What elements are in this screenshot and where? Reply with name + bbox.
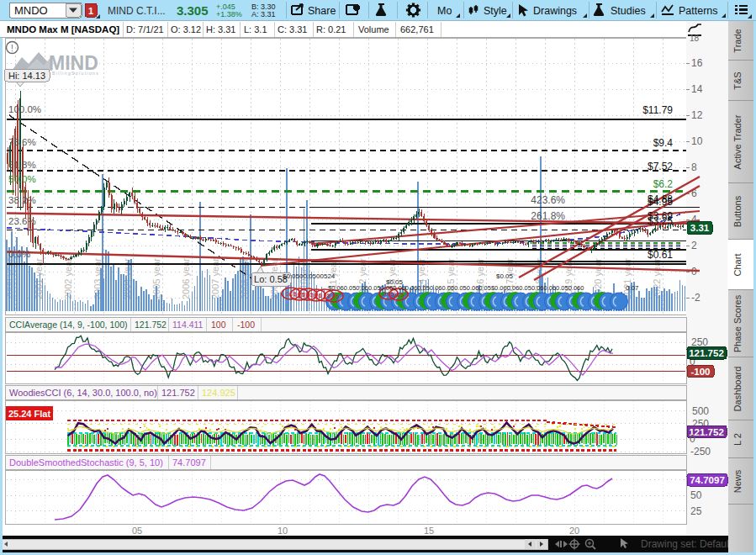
svg-text:16: 16 xyxy=(691,57,703,69)
svg-text:121.752: 121.752 xyxy=(135,320,167,330)
svg-text:61.8%: 61.8% xyxy=(8,160,36,170)
svg-text:Studies: Studies xyxy=(611,5,646,17)
svg-text:B i l l i n g S o l u t i o: B i l l i n g S o l u t i o n s xyxy=(52,71,98,76)
svg-text:$0.0500.0500524: $0.0500.0500524 xyxy=(283,272,336,280)
svg-text:-100: -100 xyxy=(237,320,255,330)
svg-text:$11.79: $11.79 xyxy=(642,104,673,116)
svg-text:0.0%: 0.0% xyxy=(8,249,30,259)
svg-text:MNDO Max M [NASDAQ]: MNDO Max M [NASDAQ] xyxy=(7,24,119,34)
svg-text:$0.61: $0.61 xyxy=(648,249,673,261)
svg-text:20: 20 xyxy=(569,526,579,536)
svg-text:423.6%: 423.6% xyxy=(531,194,565,206)
svg-text:1: 1 xyxy=(88,6,93,16)
svg-text:MNDO: MNDO xyxy=(14,4,48,17)
svg-text:14: 14 xyxy=(691,83,703,95)
svg-text:78.6%: 78.6% xyxy=(8,137,36,147)
svg-text:0.07: 0.07 xyxy=(626,284,639,292)
svg-text:H: 3.31: H: 3.31 xyxy=(206,24,235,34)
svg-text:Trade: Trade xyxy=(732,29,743,52)
svg-text:Share: Share xyxy=(308,5,336,17)
svg-text:-250: -250 xyxy=(690,446,711,457)
svg-text:12: 12 xyxy=(691,109,703,121)
svg-text:Style: Style xyxy=(484,5,507,17)
svg-text:Volume: Volume xyxy=(358,24,389,34)
svg-text:C: 3.31: C: 3.31 xyxy=(278,24,307,34)
svg-text:Hi: 14.13: Hi: 14.13 xyxy=(8,71,45,81)
svg-text:Phase Scores: Phase Scores xyxy=(732,294,743,352)
svg-text:CCIAverage (14, 9, -100, 100): CCIAverage (14, 9, -100, 100) xyxy=(9,320,127,330)
svg-text:News: News xyxy=(732,469,743,493)
svg-text:25: 25 xyxy=(690,505,702,517)
svg-text:$7.52: $7.52 xyxy=(648,161,673,172)
svg-text:3.31: 3.31 xyxy=(690,223,710,233)
svg-text:05: 05 xyxy=(132,526,142,536)
svg-text:T&S: T&S xyxy=(732,71,743,89)
svg-text:MIND C.T.I...: MIND C.T.I... xyxy=(108,5,166,17)
svg-text:74.7097: 74.7097 xyxy=(172,457,206,468)
svg-text:500: 500 xyxy=(692,405,709,417)
svg-text:Dashboard: Dashboard xyxy=(732,367,743,412)
svg-text:100: 100 xyxy=(211,320,226,330)
svg-text:23.6%: 23.6% xyxy=(8,216,36,226)
svg-text:3.305: 3.305 xyxy=(177,3,209,18)
svg-text:L 2: L 2 xyxy=(732,433,743,446)
svg-text:74.7097: 74.7097 xyxy=(690,475,725,485)
svg-text:25.24 Flat: 25.24 Flat xyxy=(8,409,50,419)
svg-text:15: 15 xyxy=(424,526,434,536)
svg-text:2: 2 xyxy=(691,240,697,251)
svg-text:38.2%: 38.2% xyxy=(8,195,36,205)
svg-text:DoubleSmoothedStochastic (9, 5: DoubleSmoothedStochastic (9, 5, 10) xyxy=(9,457,163,468)
svg-text:Buttons: Buttons xyxy=(732,195,743,227)
svg-text:50.0%: 50.0% xyxy=(8,174,36,184)
svg-text:18: 18 xyxy=(690,34,700,43)
svg-text:$6.2: $6.2 xyxy=(653,178,674,190)
svg-text:50: 50 xyxy=(690,489,702,501)
svg-text:10: 10 xyxy=(278,526,288,536)
svg-text:$0.060.050.060.050.060.060.060: $0.060.050.060.050.060.060.060.050.060.0… xyxy=(328,284,584,292)
svg-text:121.752: 121.752 xyxy=(689,348,724,358)
svg-text:Patterns: Patterns xyxy=(679,5,718,17)
svg-text:-100: -100 xyxy=(690,367,710,377)
svg-text:-2: -2 xyxy=(691,292,700,304)
svg-text:Mo: Mo xyxy=(437,5,452,17)
svg-text:O: 3.12: O: 3.12 xyxy=(171,24,201,34)
svg-text:Drawing set: Default: Drawing set: Default xyxy=(641,538,732,550)
svg-text:!: ! xyxy=(11,44,13,53)
svg-text:R: 0.21: R: 0.21 xyxy=(316,24,346,34)
svg-text:+1.38%: +1.38% xyxy=(216,10,242,18)
svg-text:114.411: 114.411 xyxy=(172,320,204,330)
svg-text:250: 250 xyxy=(691,336,708,348)
svg-text:$0.05: $0.05 xyxy=(496,272,514,280)
svg-text:124.925: 124.925 xyxy=(202,388,235,398)
svg-text:D: 7/1/21: D: 7/1/21 xyxy=(126,24,164,34)
svg-text:0.05: 0.05 xyxy=(329,293,340,299)
svg-text:$9.4: $9.4 xyxy=(653,137,674,149)
svg-text:WoodiesCCI (6, 14, 30.0, 100.0: WoodiesCCI (6, 14, 30.0, 100.0, no) xyxy=(9,388,157,398)
svg-text:$4.95: $4.95 xyxy=(648,196,673,208)
svg-text:10: 10 xyxy=(691,135,703,147)
svg-text:662,761: 662,761 xyxy=(400,24,434,34)
svg-text:Chart: Chart xyxy=(732,254,743,277)
svg-text:Active Trader: Active Trader xyxy=(732,114,743,169)
svg-text:8: 8 xyxy=(691,161,697,173)
svg-text:$3.25: $3.25 xyxy=(648,215,673,227)
svg-text:0: 0 xyxy=(690,433,695,445)
svg-text:261.8%: 261.8% xyxy=(531,210,565,222)
svg-text:Drawings: Drawings xyxy=(533,5,577,17)
svg-text:L: 3.1: L: 3.1 xyxy=(244,24,267,34)
svg-text:A: 3.31: A: 3.31 xyxy=(251,10,276,18)
svg-text:121.752: 121.752 xyxy=(161,388,195,398)
svg-text:100.0%: 100.0% xyxy=(8,104,41,114)
svg-text:0.05: 0.05 xyxy=(394,292,404,298)
